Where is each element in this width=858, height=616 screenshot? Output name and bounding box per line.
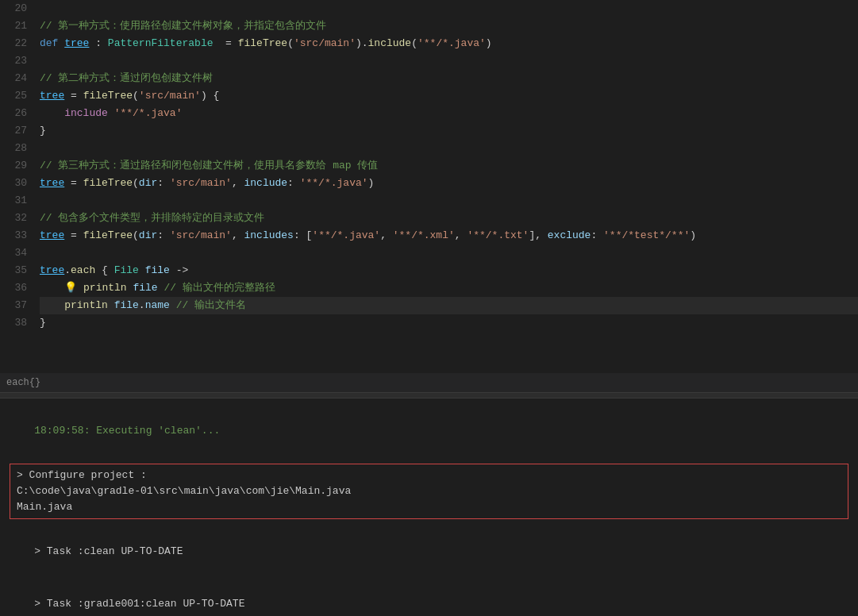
terminal-box-line-3: Main.java [17,499,841,515]
terminal-box-line-1: > Configure project : [17,468,841,483]
code-content[interactable]: // 第一种方式：使用路径创建文件树对象，并指定包含的文件 def tree :… [37,0,858,373]
code-editor: 20 21 22 23 24 25 26 27 28 29 30 31 32 3… [0,0,858,373]
status-text: each{} [6,377,40,388]
line-numbers: 20 21 22 23 24 25 26 27 28 29 30 31 32 3… [0,0,37,373]
code-line-23 [40,52,858,70]
code-line-20 [40,0,858,17]
code-line-37: println file.name // 输出文件名 [40,297,858,314]
code-line-34 [40,244,858,262]
code-line-27: } [40,122,858,140]
terminal-box-line-2: C:\code\java\gradle-01\src\main\java\com… [17,483,841,499]
code-line-25: tree = fileTree('src/main') { [40,87,858,105]
status-bar: each{} [0,373,858,392]
code-line-extra [40,332,858,349]
terminal-task-line-2: > Task :gradle001:clean UP-TO-DATE [0,578,858,616]
code-line-33: tree = fileTree(dir: 'src/main', include… [40,227,858,244]
terminal-output-box: > Configure project : C:\code\java\gradl… [10,464,848,519]
code-line-31 [40,192,858,210]
code-line-30: tree = fileTree(dir: 'src/main', include… [40,175,858,192]
code-line-36: 💡 println file // 输出文件的完整路径 [40,279,858,297]
terminal-task-line-1: > Task :clean UP-TO-DATE [0,526,858,578]
code-line-32: // 包含多个文件类型，并排除特定的目录或文件 [40,210,858,227]
terminal-execute-line: 18:09:58: Executing 'clean'... [0,405,858,457]
code-line-38: } [40,314,858,332]
code-line-28 [40,140,858,157]
code-line-22: def tree : PatternFilterable = fileTree(… [40,35,858,52]
code-line-29: // 第三种方式：通过路径和闭包创建文件树，使用具名参数给 map 传值 [40,157,858,175]
code-line-26: include '**/*.java' [40,105,858,122]
panel-divider [0,392,858,398]
code-line-35: tree.each { File file -> [40,262,858,279]
terminal-panel[interactable]: 18:09:58: Executing 'clean'... > Configu… [0,398,858,616]
code-line-24: // 第二种方式：通过闭包创建文件树 [40,70,858,87]
code-line-21: // 第一种方式：使用路径创建文件树对象，并指定包含的文件 [40,17,858,35]
